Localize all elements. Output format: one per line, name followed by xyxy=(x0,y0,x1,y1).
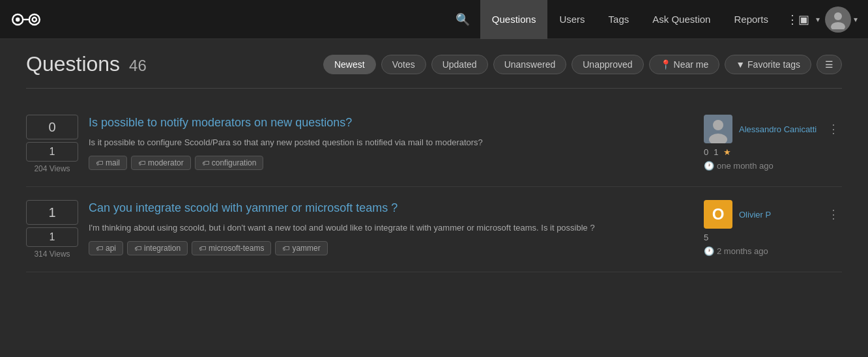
svg-point-8 xyxy=(713,120,723,130)
author-avatar: O xyxy=(704,200,732,229)
tag-api[interactable]: 🏷 api xyxy=(89,241,123,255)
vote-count: 0 xyxy=(26,115,78,139)
vote-area: 1 1 314 Views xyxy=(26,200,78,259)
tag-list: 🏷 mail 🏷 moderator 🏷 configuration xyxy=(89,156,688,170)
more-options-icon[interactable]: ⋮ xyxy=(825,122,842,136)
author-avatar xyxy=(704,115,732,143)
filter-unanswered[interactable]: Unanswered xyxy=(493,55,567,74)
search-icon[interactable]: 🔍 xyxy=(450,7,475,32)
table-row: 1 1 314 Views Can you integrate scoold w… xyxy=(26,187,842,272)
filter-favorite-icon: ▼ xyxy=(736,59,745,70)
filter-extra-btn[interactable]: ☰ xyxy=(817,55,842,74)
filter-votes[interactable]: Votes xyxy=(381,55,426,74)
vote-count: 1 xyxy=(26,200,78,225)
clock-icon: 🕐 xyxy=(704,246,714,256)
views-label: 204 Views xyxy=(26,164,78,173)
tag-icon: 🏷 xyxy=(202,159,209,167)
svg-point-1 xyxy=(16,17,20,21)
svg-point-3 xyxy=(33,17,36,21)
page-title-group: Questions 46 xyxy=(26,52,147,76)
filter-updated[interactable]: Updated xyxy=(431,55,488,74)
tag-icon: 🏷 xyxy=(138,159,145,167)
author-name[interactable]: Olivier P xyxy=(739,210,771,220)
tag-icon: 🏷 xyxy=(199,244,206,252)
author-vote-count: 0 xyxy=(704,147,708,157)
nav-right: ⋮▣ ▾ ▾ xyxy=(783,7,858,33)
table-row: 0 1 204 Views Is possible to notify mode… xyxy=(26,102,842,187)
tag-yammer[interactable]: 🏷 yammer xyxy=(275,241,327,255)
filter-near-me[interactable]: 📍 Near me xyxy=(649,55,720,74)
tag-configuration[interactable]: 🏷 configuration xyxy=(195,156,264,170)
nav-link-reports[interactable]: Reports xyxy=(722,0,780,39)
avatar[interactable] xyxy=(825,7,851,33)
star-icon: ★ xyxy=(723,147,731,157)
logo[interactable] xyxy=(10,8,42,31)
author-vote-count: 5 xyxy=(704,233,708,242)
question-excerpt: I'm thinking about using scoold, but i d… xyxy=(89,221,688,235)
clock-icon: 🕐 xyxy=(704,161,714,171)
question-title[interactable]: Is possible to notify moderators on new … xyxy=(89,115,688,131)
tag-icon: 🏷 xyxy=(134,244,141,252)
filter-buttons: Newest Votes Updated Unanswered Unapprov… xyxy=(323,55,842,74)
page-count: 46 xyxy=(129,57,147,75)
author-star-count: 1 xyxy=(714,147,718,157)
answer-count: 1 xyxy=(26,142,78,162)
nav-link-questions[interactable]: Questions xyxy=(480,0,548,39)
tag-mail[interactable]: 🏷 mail xyxy=(89,156,127,170)
main-content: Questions 46 Newest Votes Updated Unansw… xyxy=(10,39,858,272)
tag-icon: 🏷 xyxy=(282,244,289,252)
nav-link-users[interactable]: Users xyxy=(547,0,596,39)
tag-list: 🏷 api 🏷 integration 🏷 microsoft-teams 🏷 … xyxy=(89,241,688,255)
question-list: 0 1 204 Views Is possible to notify mode… xyxy=(26,102,842,272)
vote-area: 0 1 204 Views xyxy=(26,115,78,173)
views-label: 314 Views xyxy=(26,250,78,259)
navbar: 🔍 Questions Users Tags Ask Question Repo… xyxy=(0,0,868,39)
tag-moderator[interactable]: 🏷 moderator xyxy=(131,156,191,170)
meta-stats: 5 xyxy=(704,233,708,242)
nav-links: Questions Users Tags Ask Question Report… xyxy=(480,0,780,39)
avatar-caret[interactable]: ▾ xyxy=(854,15,858,24)
location-icon: 📍 xyxy=(660,59,671,70)
author-name[interactable]: Alessandro Canicatti xyxy=(739,124,817,134)
meta-author-row: O Olivier P ⋮ xyxy=(704,200,842,229)
tag-icon: 🏷 xyxy=(96,159,103,167)
nav-link-ask-question[interactable]: Ask Question xyxy=(641,0,722,39)
svg-point-6 xyxy=(831,22,845,29)
page-title: Questions xyxy=(26,52,120,76)
more-options-icon[interactable]: ⋮ xyxy=(825,207,842,221)
grid-icon[interactable]: ⋮▣ xyxy=(783,7,813,32)
nav-link-tags[interactable]: Tags xyxy=(597,0,641,39)
filter-unapproved[interactable]: Unapproved xyxy=(571,55,643,74)
filter-favorite-tags[interactable]: ▼ Favorite tags xyxy=(725,55,811,74)
svg-point-2 xyxy=(29,14,40,25)
question-title[interactable]: Can you integrate scoold with yammer or … xyxy=(89,200,688,216)
meta-stats: 0 1 ★ xyxy=(704,147,731,157)
tag-integration[interactable]: 🏷 integration xyxy=(127,241,188,255)
question-meta: Alessandro Canicatti ⋮ 0 1 ★ 🕐 one month… xyxy=(699,115,842,171)
tag-icon: 🏷 xyxy=(96,244,103,252)
answer-count: 1 xyxy=(26,227,78,247)
question-excerpt: Is it possible to configure Scoold/Para … xyxy=(89,136,688,149)
nav-grid-caret[interactable]: ▾ xyxy=(816,15,820,24)
filter-newest[interactable]: Newest xyxy=(323,55,376,74)
meta-time: 🕐 one month ago xyxy=(704,161,774,171)
tag-microsoft-teams[interactable]: 🏷 microsoft-teams xyxy=(192,241,271,255)
meta-time: 🕐 2 months ago xyxy=(704,246,768,256)
question-body: Can you integrate scoold with yammer or … xyxy=(89,200,688,255)
meta-author-row: Alessandro Canicatti ⋮ xyxy=(704,115,842,143)
question-meta: O Olivier P ⋮ 5 🕐 2 months ago xyxy=(699,200,842,256)
svg-point-5 xyxy=(834,12,842,20)
question-body: Is possible to notify moderators on new … xyxy=(89,115,688,170)
page-header: Questions 46 Newest Votes Updated Unansw… xyxy=(26,52,842,89)
